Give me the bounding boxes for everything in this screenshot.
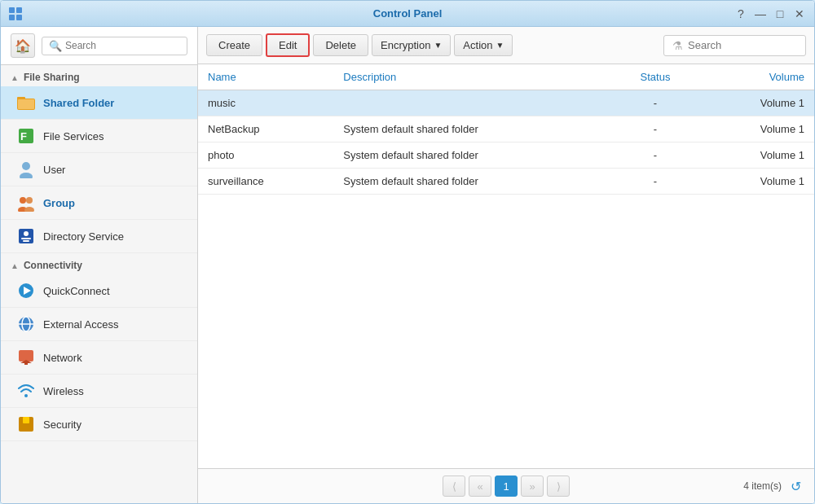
table-row[interactable]: photo System default shared folder - Vol… bbox=[198, 142, 814, 169]
table-row[interactable]: music - Volume 1 bbox=[198, 90, 814, 116]
sidebar-label-network: Network bbox=[43, 352, 82, 364]
sidebar-label-directory-service: Directory Service bbox=[43, 230, 124, 243]
delete-button[interactable]: Delete bbox=[313, 34, 368, 56]
sidebar-label-group: Group bbox=[43, 197, 75, 209]
action-dropdown[interactable]: Action ▼ bbox=[454, 34, 513, 56]
window-title: Control Panel bbox=[373, 7, 443, 20]
cell-name: music bbox=[198, 90, 333, 116]
app-icon bbox=[7, 6, 24, 22]
toolbar-search-icon: ⚗ bbox=[672, 39, 683, 52]
wireless-icon bbox=[17, 382, 35, 400]
item-count: 4 item(s) bbox=[743, 480, 782, 492]
svg-point-10 bbox=[20, 173, 33, 178]
network-icon bbox=[17, 348, 35, 366]
file-services-icon: F bbox=[17, 127, 35, 145]
shared-folder-table: Name Description Status Volume music - V… bbox=[198, 64, 814, 195]
sidebar-label-wireless: Wireless bbox=[43, 385, 84, 397]
help-button[interactable]: ? bbox=[733, 6, 749, 22]
sidebar-item-directory-service[interactable]: Directory Service bbox=[1, 220, 197, 253]
title-bar-left bbox=[7, 6, 24, 22]
section-header-file-sharing: ▲ File Sharing bbox=[1, 65, 197, 86]
action-arrow: ▼ bbox=[496, 41, 504, 50]
sidebar-item-external-access[interactable]: External Access bbox=[1, 308, 197, 341]
chevron-icon: ▲ bbox=[11, 73, 19, 82]
maximize-button[interactable]: □ bbox=[772, 6, 788, 22]
cell-description: System default shared folder bbox=[333, 142, 610, 169]
col-header-volume[interactable]: Volume bbox=[700, 64, 814, 90]
sidebar-item-user[interactable]: User bbox=[1, 153, 197, 186]
next-page-button[interactable]: » bbox=[521, 476, 544, 497]
directory-service-icon bbox=[17, 227, 35, 245]
cell-name: surveillance bbox=[198, 169, 333, 195]
table-container: Name Description Status Volume music - V… bbox=[198, 64, 814, 468]
table-row[interactable]: NetBackup System default shared folder -… bbox=[198, 116, 814, 142]
sidebar-item-security[interactable]: Security bbox=[1, 408, 197, 441]
sidebar-item-network[interactable]: Network bbox=[1, 341, 197, 375]
toolbar-search-input[interactable] bbox=[688, 39, 797, 51]
sidebar-label-quickconnect: QuickConnect bbox=[43, 285, 110, 297]
svg-rect-0 bbox=[9, 7, 15, 13]
section-label-file-sharing: File Sharing bbox=[24, 72, 80, 83]
action-label: Action bbox=[463, 39, 492, 51]
table-row[interactable]: surveillance System default shared folde… bbox=[198, 169, 814, 195]
home-button[interactable]: 🏠 bbox=[11, 33, 35, 58]
sidebar-item-file-services[interactable]: F File Services bbox=[1, 120, 197, 153]
cell-description: System default shared folder bbox=[333, 116, 610, 142]
edit-button[interactable]: Edit bbox=[266, 33, 310, 57]
external-access-icon bbox=[17, 315, 35, 333]
sidebar-label-file-services: File Services bbox=[43, 130, 104, 142]
prev-page-button[interactable]: « bbox=[469, 476, 491, 497]
page-1-button[interactable]: 1 bbox=[495, 476, 518, 497]
svg-rect-3 bbox=[16, 15, 22, 20]
sidebar-search-icon: 🔍 bbox=[49, 40, 62, 52]
sidebar-label-shared-folder: Shared Folder bbox=[43, 97, 114, 109]
col-header-status[interactable]: Status bbox=[610, 64, 699, 90]
svg-text:F: F bbox=[20, 130, 27, 142]
right-panel: Create Edit Delete Encryption ▼ Action ▼… bbox=[198, 27, 814, 503]
user-icon bbox=[17, 160, 35, 178]
cell-name: NetBackup bbox=[198, 116, 333, 142]
sidebar-item-shared-folder[interactable]: Shared Folder bbox=[1, 86, 197, 120]
pagination: ⟨ « 1 » ⟩ 4 item(s) ↺ bbox=[198, 468, 814, 503]
sidebar-label-external-access: External Access bbox=[43, 318, 119, 331]
cell-status: - bbox=[610, 116, 699, 142]
svg-point-27 bbox=[24, 394, 28, 397]
svg-rect-2 bbox=[9, 15, 15, 20]
sidebar-search-box[interactable]: 🔍 bbox=[42, 37, 187, 55]
cell-status: - bbox=[610, 169, 699, 195]
svg-rect-18 bbox=[23, 240, 29, 242]
sidebar-item-group[interactable]: Group bbox=[1, 186, 197, 220]
create-button[interactable]: Create bbox=[206, 34, 262, 56]
sidebar-item-wireless[interactable]: Wireless bbox=[1, 375, 197, 408]
toolbar-search-box[interactable]: ⚗ bbox=[663, 35, 806, 56]
cell-description bbox=[333, 90, 610, 116]
col-header-name[interactable]: Name bbox=[198, 64, 333, 90]
svg-rect-26 bbox=[24, 362, 28, 365]
svg-point-16 bbox=[24, 231, 29, 236]
svg-point-9 bbox=[22, 162, 30, 170]
quickconnect-icon bbox=[17, 282, 35, 300]
cell-volume: Volume 1 bbox=[700, 169, 814, 195]
table-body: music - Volume 1 NetBackup System defaul… bbox=[198, 90, 814, 195]
svg-rect-17 bbox=[21, 238, 31, 239]
svg-point-12 bbox=[26, 197, 33, 204]
svg-point-14 bbox=[24, 207, 34, 212]
cell-description: System default shared folder bbox=[333, 169, 610, 195]
last-page-button[interactable]: ⟩ bbox=[547, 476, 570, 497]
svg-rect-6 bbox=[18, 99, 34, 109]
sidebar-item-quickconnect[interactable]: QuickConnect bbox=[1, 274, 197, 308]
sidebar-search-input[interactable] bbox=[65, 40, 180, 51]
chevron-icon-connectivity: ▲ bbox=[11, 261, 19, 270]
close-button[interactable]: ✕ bbox=[791, 6, 808, 22]
svg-rect-24 bbox=[19, 350, 33, 362]
home-icon: 🏠 bbox=[15, 38, 31, 54]
svg-rect-1 bbox=[16, 7, 22, 13]
encryption-dropdown[interactable]: Encryption ▼ bbox=[372, 34, 451, 56]
first-page-button[interactable]: ⟨ bbox=[443, 476, 465, 497]
cell-volume: Volume 1 bbox=[700, 90, 814, 116]
sidebar-header: 🏠 🔍 bbox=[1, 27, 197, 65]
col-header-description[interactable]: Description bbox=[333, 64, 610, 90]
svg-rect-29 bbox=[23, 417, 29, 423]
minimize-button[interactable]: — bbox=[752, 6, 769, 22]
refresh-button[interactable]: ↺ bbox=[785, 476, 806, 497]
